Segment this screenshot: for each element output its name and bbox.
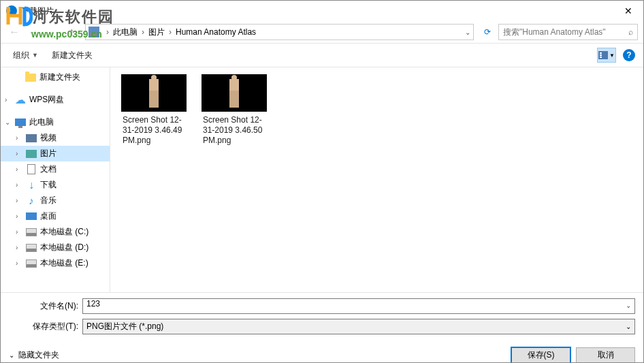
sidebar-item-newfolder[interactable]: 新建文件夹 <box>1 69 110 85</box>
close-button[interactable]: ✕ <box>613 1 643 21</box>
sidebar-item-label: 桌面 <box>40 210 57 222</box>
expand-icon[interactable]: › <box>16 150 22 157</box>
sidebar-item-label: 本地磁盘 (C:) <box>40 226 88 238</box>
filename-input[interactable]: 123 ⌄ <box>82 298 635 314</box>
organize-button[interactable]: 组织 ▼ <box>9 47 42 64</box>
sidebar-item-videos[interactable]: › 视频 <box>1 130 110 146</box>
expand-icon[interactable]: › <box>16 212 22 220</box>
arrow-up-icon: ↑ <box>69 26 74 38</box>
expand-icon[interactable]: › <box>16 228 22 236</box>
sidebar-item-label: 视频 <box>40 132 57 144</box>
cancel-label: 取消 <box>598 349 614 361</box>
search-input[interactable]: 搜索"Human Anatomy Atlas" ⌕ <box>498 24 638 40</box>
search-icon: ⌕ <box>628 27 633 37</box>
file-item[interactable]: Screen Shot 12-31-2019 3.46.49 PM.png <box>121 74 188 146</box>
new-folder-button[interactable]: 新建文件夹 <box>48 47 97 64</box>
sidebar-item-disk-d[interactable]: › 本地磁盘 (D:) <box>1 240 110 255</box>
nav-bar: ← → ⌄ ↑ › 此电脑 › 图片 › Human Anatomy Atlas… <box>1 21 643 44</box>
expand-icon[interactable]: › <box>16 181 22 189</box>
pc-icon <box>88 27 99 37</box>
sidebar: 新建文件夹 › ☁ WPS网盘 ⌄ 此电脑 › 视频 › 图片 › 文档 <box>1 67 110 292</box>
forward-button[interactable]: → <box>25 24 42 40</box>
expand-icon[interactable]: › <box>16 165 22 173</box>
file-thumbnail <box>202 74 267 112</box>
cancel-button[interactable]: 取消 <box>576 347 635 363</box>
arrow-left-icon: ← <box>9 26 20 38</box>
filetype-value: PNG图片文件 (*.png) <box>86 321 163 332</box>
back-button[interactable]: ← <box>6 24 22 40</box>
file-item[interactable]: Screen Shot 12-31-2019 3.46.50 PM.png <box>202 74 268 146</box>
caret-down-icon: ⌄ <box>50 29 55 36</box>
expand-icon[interactable]: › <box>16 197 22 204</box>
file-name: Screen Shot 12-31-2019 3.46.50 PM.png <box>202 115 268 146</box>
svg-rect-2 <box>600 54 602 56</box>
thumbnails-icon <box>598 51 608 59</box>
sidebar-item-label: 新建文件夹 <box>39 72 80 83</box>
refresh-icon: ⟳ <box>484 27 491 37</box>
music-icon: ♪ <box>26 195 37 206</box>
app-icon <box>6 5 17 16</box>
new-folder-label: 新建文件夹 <box>52 50 93 61</box>
caret-down-icon: ▼ <box>32 52 38 59</box>
sidebar-item-music[interactable]: › ♪ 音乐 <box>1 193 110 208</box>
svg-rect-1 <box>600 52 602 54</box>
hide-folders-label: 隐藏文件夹 <box>18 349 59 361</box>
caret-down-icon: ▼ <box>609 52 615 59</box>
expand-icon[interactable]: › <box>16 259 22 267</box>
desktop-icon <box>26 212 37 220</box>
view-thumbnails-button[interactable]: ▼ <box>597 48 616 63</box>
breadcrumb-p1[interactable]: 图片 <box>148 27 165 38</box>
breadcrumb[interactable]: › 此电脑 › 图片 › Human Anatomy Atlas ⌄ <box>85 24 474 40</box>
filetype-label: 保存类型(T): <box>9 321 82 332</box>
arrow-right-icon: → <box>28 26 39 38</box>
sidebar-item-documents[interactable]: › 文档 <box>1 161 110 177</box>
expand-icon[interactable]: › <box>5 96 12 104</box>
file-list[interactable]: Screen Shot 12-31-2019 3.46.49 PM.png Sc… <box>110 67 643 292</box>
help-button[interactable]: ? <box>623 49 635 61</box>
sidebar-item-desktop[interactable]: › 桌面 <box>1 208 110 224</box>
disk-icon <box>26 259 37 268</box>
help-icon: ? <box>626 50 631 60</box>
sidebar-item-pictures[interactable]: › 图片 <box>1 146 110 161</box>
svg-rect-3 <box>600 57 602 58</box>
caret-down-icon[interactable]: ⌄ <box>626 302 631 309</box>
title-bar: 下载图片 ✕ <box>1 1 643 21</box>
sidebar-item-disk-c[interactable]: › 本地磁盘 (C:) <box>1 224 110 240</box>
search-placeholder: 搜索"Human Anatomy Atlas" <box>503 27 606 38</box>
sidebar-item-label: 此电脑 <box>29 116 54 128</box>
folder-icon <box>25 74 36 82</box>
disk-icon <box>26 244 37 252</box>
save-label: 保存(S) <box>528 349 555 361</box>
chevron-right-icon: › <box>169 27 172 37</box>
pictures-icon <box>26 150 37 158</box>
sidebar-item-thispc[interactable]: ⌄ 此电脑 <box>1 114 110 130</box>
caret-down-icon: ⌄ <box>9 351 14 359</box>
hide-folders-button[interactable]: ⌄ 隐藏文件夹 <box>9 349 59 361</box>
up-button[interactable]: ↑ <box>63 24 80 40</box>
filetype-select[interactable]: PNG图片文件 (*.png) ⌄ <box>82 319 635 334</box>
sidebar-item-label: 本地磁盘 (D:) <box>40 242 88 253</box>
cloud-icon: ☁ <box>15 95 26 106</box>
sidebar-item-label: WPS网盘 <box>29 94 64 106</box>
download-icon: ↓ <box>26 180 37 191</box>
refresh-button[interactable]: ⟳ <box>479 24 496 40</box>
recent-button[interactable]: ⌄ <box>44 24 61 40</box>
sidebar-item-downloads[interactable]: › ↓ 下载 <box>1 177 110 193</box>
toolbar: 组织 ▼ 新建文件夹 ▼ ? <box>1 44 643 67</box>
expand-icon[interactable]: › <box>16 134 22 142</box>
filename-value: 123 <box>86 299 100 309</box>
sidebar-item-label: 本地磁盘 (E:) <box>40 257 88 269</box>
sidebar-item-label: 文档 <box>40 163 57 175</box>
breadcrumb-p2[interactable]: Human Anatomy Atlas <box>176 27 256 37</box>
organize-label: 组织 <box>13 50 29 61</box>
sidebar-item-label: 下载 <box>40 179 57 191</box>
save-button[interactable]: 保存(S) <box>511 347 570 363</box>
expand-icon[interactable]: › <box>16 244 22 251</box>
collapse-icon[interactable]: ⌄ <box>5 119 12 126</box>
sidebar-item-disk-e[interactable]: › 本地磁盘 (E:) <box>1 255 110 271</box>
breadcrumb-dropdown-icon[interactable]: ⌄ <box>465 29 470 36</box>
chevron-right-icon: › <box>142 27 144 37</box>
sidebar-item-wps[interactable]: › ☁ WPS网盘 <box>1 92 110 108</box>
breadcrumb-root[interactable]: 此电脑 <box>113 27 138 38</box>
sidebar-item-label: 音乐 <box>40 195 57 206</box>
